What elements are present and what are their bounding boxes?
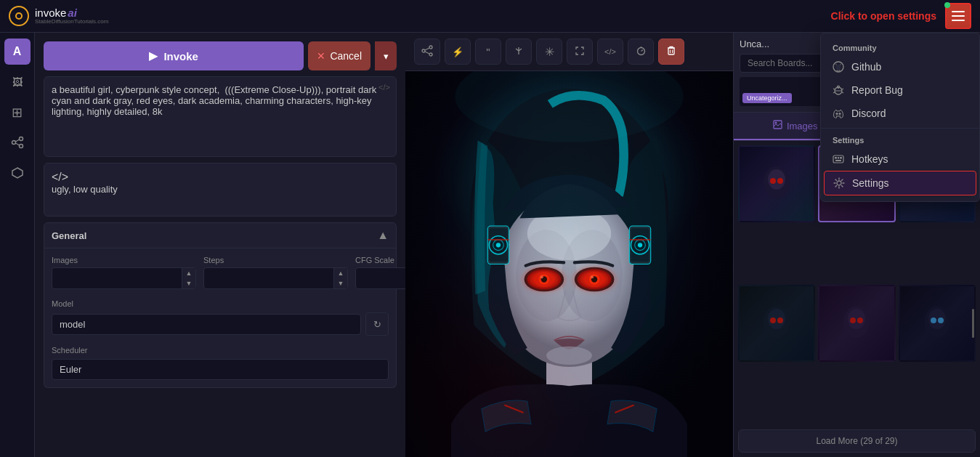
steps-down[interactable]: ▼ [334, 278, 347, 288]
svg-marker-5 [12, 168, 23, 178]
steps-stepper[interactable]: ▲ ▼ [333, 268, 347, 288]
cfg-label: CFG Scale [355, 256, 405, 264]
scheduler-label: Scheduler [52, 346, 88, 355]
cyber-girl-svg [405, 71, 733, 457]
text-icon: A [13, 45, 22, 58]
asterisk-button[interactable]: ✳ [536, 39, 562, 65]
gallery-thumb-4[interactable] [738, 285, 815, 362]
svg-point-37 [525, 267, 564, 292]
svg-line-10 [425, 52, 429, 54]
scheduler-select[interactable]: Euler [52, 359, 389, 380]
settings-item[interactable]: Settings [824, 171, 976, 195]
github-label: Github [851, 61, 881, 73]
code-button[interactable]: </> [597, 39, 623, 65]
hotkeys-icon [833, 153, 844, 165]
models-icon [11, 166, 24, 182]
svg-point-23 [562, 230, 623, 321]
svg-point-48 [591, 276, 597, 282]
images-down[interactable]: ▼ [182, 278, 195, 288]
svg-point-63 [770, 178, 776, 184]
svg-line-91 [833, 92, 835, 93]
cfg-input[interactable]: 7.5 ▲ ▼ [355, 267, 405, 289]
svg-point-24 [527, 207, 611, 260]
images-up[interactable]: ▲ [182, 268, 195, 278]
hamburger-icon [952, 11, 965, 21]
model-refresh-button[interactable]: ↻ [365, 312, 389, 336]
steps-field: Steps 50 ▲ ▼ [203, 256, 348, 289]
report-bug-item[interactable]: Report Bug [821, 78, 979, 102]
model-select[interactable]: model [52, 314, 361, 335]
negative-prompt-input[interactable]: ugly, low quality [52, 184, 389, 206]
discord-item[interactable]: Discord [821, 102, 979, 125]
fork-button[interactable] [506, 39, 532, 65]
svg-point-64 [777, 178, 783, 184]
cfg-value[interactable]: 7.5 [356, 270, 405, 288]
fork-icon [514, 46, 524, 58]
menu-button[interactable] [945, 3, 971, 29]
github-item[interactable]: Github [821, 55, 979, 78]
images-input[interactable]: 1 ▲ ▼ [52, 267, 196, 289]
svg-line-53 [615, 405, 633, 413]
board-tag: Uncategoriz... [742, 93, 792, 103]
images-label: Images [52, 256, 196, 264]
image-icon: 🖼 [12, 76, 23, 88]
delete-icon [666, 46, 676, 58]
adjust-button[interactable]: ⚡ [445, 39, 471, 65]
share-button[interactable] [414, 39, 440, 65]
load-more-button[interactable]: Load More (29 of 29) [738, 429, 976, 453]
sidebar-item-nodes[interactable] [4, 130, 31, 156]
general-section-header[interactable]: General ▲ [44, 222, 397, 248]
svg-rect-31 [631, 228, 649, 262]
timer-button[interactable] [628, 39, 654, 65]
neg-corner-icon: </> [52, 171, 68, 183]
discord-label: Discord [851, 108, 886, 119]
general-title: General [52, 230, 86, 241]
image-toolbar: ⚡ " ✳ [405, 33, 733, 71]
collapse-icon: ▲ [377, 229, 389, 242]
svg-point-54 [455, 71, 684, 142]
svg-point-43 [521, 266, 567, 294]
gallery-thumb-5[interactable] [818, 285, 895, 362]
svg-point-56 [774, 122, 777, 124]
steps-value[interactable]: 50 [204, 270, 333, 288]
cancel-dropdown-button[interactable]: ▾ [375, 41, 397, 70]
expand-button[interactable] [567, 39, 593, 65]
steps-label: Steps [203, 256, 348, 264]
svg-rect-97 [833, 155, 843, 163]
delete-button[interactable] [658, 39, 684, 65]
status-dot [944, 2, 950, 8]
steps-input[interactable]: 50 ▲ ▼ [203, 267, 348, 289]
sidebar-item-text[interactable]: A [4, 39, 31, 65]
center-panel: ⚡ " ✳ [405, 33, 733, 457]
hotkeys-item[interactable]: Hotkeys [821, 147, 979, 171]
sidebar-item-grid[interactable]: ⊞ [4, 100, 31, 126]
svg-point-33 [635, 240, 646, 251]
images-value[interactable]: 1 [52, 270, 182, 288]
gallery-thumb-6[interactable] [899, 285, 976, 362]
invoke-button[interactable]: ▶ Invoke [44, 41, 304, 70]
svg-point-46 [586, 272, 604, 287]
invoke-row: ▶ Invoke ✕ Cancel ▾ [44, 41, 397, 70]
logo-circle [9, 6, 29, 26]
nodes-icon [11, 136, 24, 151]
svg-point-95 [836, 113, 838, 115]
svg-point-77 [770, 318, 776, 323]
positive-prompt-input[interactable]: a beautiful girl, cyberpunk style concep… [52, 84, 389, 146]
svg-point-50 [572, 266, 617, 294]
gallery-thumb-1[interactable] [738, 145, 815, 222]
quote-button[interactable]: " [475, 39, 501, 65]
images-stepper[interactable]: ▲ ▼ [182, 268, 195, 288]
svg-point-27 [489, 236, 507, 254]
cfg-field: CFG Scale 7.5 ▲ ▼ [355, 256, 405, 289]
sidebar-item-image[interactable]: 🖼 [4, 69, 31, 95]
svg-line-89 [833, 89, 835, 89]
cancel-button[interactable]: ✕ Cancel [308, 41, 370, 70]
prompt-corner-icon: </> [378, 83, 390, 92]
svg-rect-55 [774, 121, 782, 129]
logo: invoke ai StableDiffusionTutorials.com [9, 6, 108, 26]
sidebar-item-models[interactable] [4, 161, 31, 187]
svg-point-39 [535, 272, 553, 287]
svg-point-47 [589, 274, 600, 285]
steps-up[interactable]: ▲ [334, 268, 347, 278]
svg-point-34 [638, 243, 642, 247]
